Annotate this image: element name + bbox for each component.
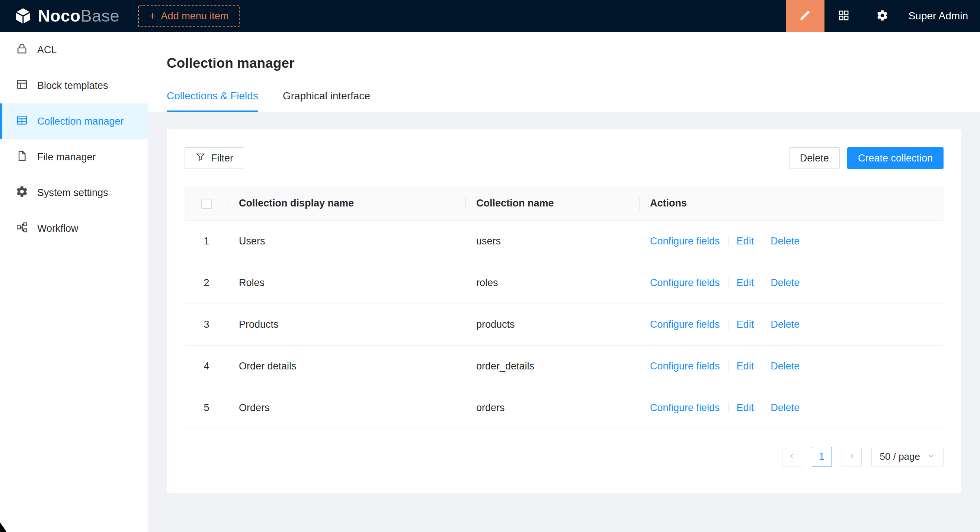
delete-link[interactable]: Delete xyxy=(770,277,800,289)
add-menu-item-button[interactable]: + Add menu item xyxy=(138,5,240,27)
collections-card: Filter Delete Create collection Coll xyxy=(167,129,961,493)
row-index: 3 xyxy=(185,303,228,345)
pagination-prev-button[interactable] xyxy=(782,447,802,467)
column-display-name: Collection display name xyxy=(228,187,466,220)
edit-link[interactable]: Edit xyxy=(737,360,754,372)
brand[interactable]: NocoBase xyxy=(14,6,119,26)
pagination-next-button[interactable] xyxy=(842,447,862,467)
cell-display-name: Orders xyxy=(228,387,466,429)
row-index: 1 xyxy=(185,220,228,262)
delete-button[interactable]: Delete xyxy=(789,147,840,169)
sidebar-item-label: ACL xyxy=(37,44,57,56)
table-icon xyxy=(16,114,28,129)
configure-fields-link[interactable]: Configure fields xyxy=(650,360,720,372)
page-header: Collection manager Collections & Fields … xyxy=(148,32,980,112)
divider xyxy=(762,236,762,246)
table-row: 2 Roles roles Configure fields Edit Dele… xyxy=(185,262,943,303)
nocobase-logo-icon xyxy=(14,7,32,25)
page-title: Collection manager xyxy=(167,55,980,71)
divider xyxy=(728,361,729,371)
configure-fields-link[interactable]: Configure fields xyxy=(650,402,720,414)
sidebar-item-workflow[interactable]: Workflow xyxy=(0,211,148,246)
row-actions: Configure fields Edit Delete xyxy=(650,319,933,330)
filter-button[interactable]: Filter xyxy=(185,147,244,169)
edit-link[interactable]: Edit xyxy=(737,277,754,289)
user-menu[interactable]: Super Admin xyxy=(902,10,980,22)
row-actions: Configure fields Edit Delete xyxy=(650,402,933,414)
configure-fields-link[interactable]: Configure fields xyxy=(650,277,720,289)
sidebar-item-label: Block templates xyxy=(37,80,108,92)
tab-graphical-interface[interactable]: Graphical interface xyxy=(283,90,370,112)
sidebar-item-system-settings[interactable]: System settings xyxy=(0,175,148,211)
row-index: 2 xyxy=(185,262,228,303)
cursor-artifact xyxy=(0,522,7,532)
divider xyxy=(762,361,762,371)
chevron-right-icon xyxy=(847,452,856,462)
top-header: NocoBase + Add menu item Super xyxy=(0,0,980,32)
sidebar-item-block-templates[interactable]: Block templates xyxy=(0,68,148,103)
create-collection-button[interactable]: Create collection xyxy=(847,147,943,169)
table-header-row: Collection display name Collection name … xyxy=(185,187,943,220)
filter-icon xyxy=(195,152,206,165)
plus-icon: + xyxy=(149,10,156,22)
cell-display-name: Order details xyxy=(228,345,466,387)
sidebar-item-label: Workflow xyxy=(37,223,78,234)
divider xyxy=(762,319,762,330)
content-area: Filter Delete Create collection Coll xyxy=(148,112,980,532)
collections-table: Collection display name Collection name … xyxy=(185,187,943,429)
sidebar-item-file-manager[interactable]: File manager xyxy=(0,139,148,175)
ui-editor-button[interactable] xyxy=(786,0,824,32)
toolbar-right: Delete Create collection xyxy=(789,147,943,169)
system-settings-button[interactable] xyxy=(863,0,902,32)
divider xyxy=(728,278,729,288)
chevron-left-icon xyxy=(788,452,797,462)
table-row: 1 Users users Configure fields Edit Dele… xyxy=(185,220,943,262)
workflow-icon xyxy=(16,221,28,236)
delete-link[interactable]: Delete xyxy=(770,319,800,330)
sidebar-item-label: Collection manager xyxy=(37,116,124,127)
divider xyxy=(728,319,729,330)
table-row: 4 Order details order_details Configure … xyxy=(185,345,943,387)
cell-name: orders xyxy=(466,387,640,429)
cell-name: roles xyxy=(466,262,640,303)
cell-display-name: Products xyxy=(228,303,466,345)
column-name: Collection name xyxy=(466,187,640,220)
grid-icon xyxy=(837,9,850,23)
sidebar-item-label: System settings xyxy=(37,187,108,199)
pagination: 1 50 / page xyxy=(185,447,943,467)
cell-name: users xyxy=(466,220,640,262)
gear-icon xyxy=(16,185,28,200)
select-all-checkbox[interactable] xyxy=(201,199,212,209)
pagination-page-1[interactable]: 1 xyxy=(812,447,832,467)
cell-display-name: Roles xyxy=(228,262,466,303)
page-size-select[interactable]: 50 / page xyxy=(871,447,943,467)
pen-icon xyxy=(799,9,811,23)
layout-icon xyxy=(16,78,28,94)
sidebar-item-collection-manager[interactable]: Collection manager xyxy=(0,103,148,139)
edit-link[interactable]: Edit xyxy=(737,402,754,414)
cell-display-name: Users xyxy=(228,220,466,262)
cell-name: products xyxy=(466,303,640,345)
divider xyxy=(728,236,729,246)
tab-collections-fields[interactable]: Collections & Fields xyxy=(167,90,258,112)
delete-link[interactable]: Delete xyxy=(770,360,800,372)
delete-link[interactable]: Delete xyxy=(770,235,800,247)
divider xyxy=(728,403,729,413)
brand-text: NocoBase xyxy=(38,6,119,26)
configure-fields-link[interactable]: Configure fields xyxy=(650,319,720,330)
row-actions: Configure fields Edit Delete xyxy=(650,235,933,247)
table-row: 5 Orders orders Configure fields Edit De… xyxy=(185,387,943,429)
row-index: 5 xyxy=(185,387,228,429)
row-index: 4 xyxy=(185,345,228,387)
delete-link[interactable]: Delete xyxy=(770,402,800,414)
cell-name: order_details xyxy=(466,345,640,387)
lock-icon xyxy=(16,43,28,58)
divider xyxy=(762,403,762,413)
configure-fields-link[interactable]: Configure fields xyxy=(650,235,720,247)
plugin-manager-button[interactable] xyxy=(824,0,863,32)
edit-link[interactable]: Edit xyxy=(737,319,754,330)
app-root: NocoBase + Add menu item Super xyxy=(0,0,980,532)
sidebar-item-acl[interactable]: ACL xyxy=(0,32,148,68)
row-actions: Configure fields Edit Delete xyxy=(650,360,933,372)
edit-link[interactable]: Edit xyxy=(737,235,754,247)
